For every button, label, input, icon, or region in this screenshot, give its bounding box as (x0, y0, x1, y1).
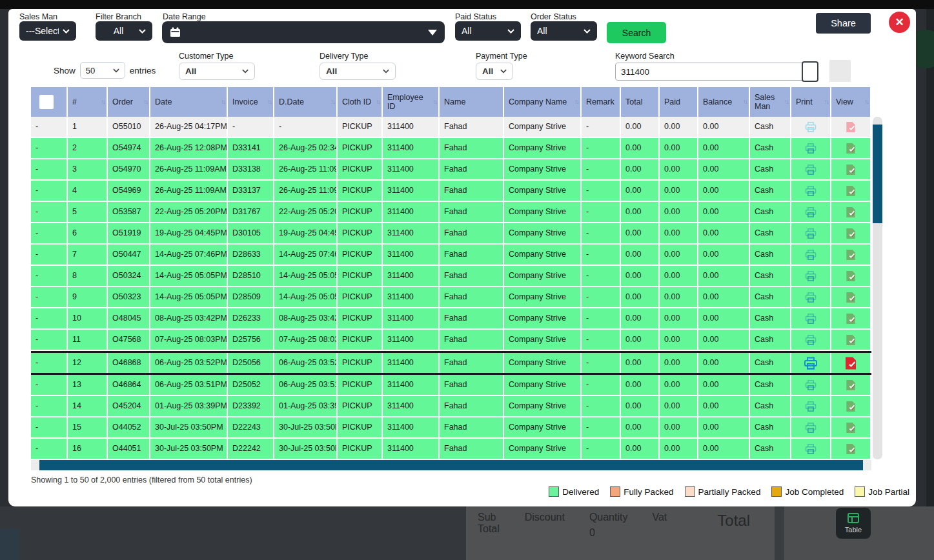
print-icon[interactable] (804, 312, 817, 325)
table-row[interactable]: -5O5358722-Aug-25 05:20PMD3176722-Aug-25… (31, 202, 871, 223)
sort-icon[interactable]: ↑↓ (330, 98, 334, 106)
print-icon[interactable] (804, 121, 817, 134)
sort-icon[interactable]: ↑↓ (432, 98, 436, 106)
delivery-type-select[interactable]: All (320, 63, 396, 80)
table-row[interactable]: -6O5191919-Aug-25 04:45PMD3010519-Aug-25… (31, 223, 871, 245)
column-header--[interactable]: #↑↓ (68, 87, 108, 117)
column-header-paid[interactable]: Paid (660, 87, 698, 117)
print-icon[interactable] (804, 334, 817, 346)
print-icon[interactable] (804, 163, 817, 176)
print-icon[interactable] (804, 206, 817, 219)
column-header-order[interactable]: Order↑↓ (108, 87, 150, 117)
print-icon[interactable] (804, 185, 817, 197)
order-status-select[interactable]: All (531, 21, 597, 41)
table-row[interactable]: -3O5497026-Aug-25 11:09AMD3313826-Aug-25… (31, 159, 871, 181)
select-all-header-cell[interactable] (31, 87, 68, 117)
print-icon[interactable] (804, 443, 817, 455)
horizontal-scrollbar[interactable] (31, 460, 871, 470)
column-header-cloth-id[interactable]: Cloth ID↑↓ (338, 87, 383, 117)
paid-status-select[interactable]: All (455, 21, 521, 41)
column-header-invoice[interactable]: Invoice↑↓ (228, 87, 274, 117)
table-row[interactable]: -4O5496926-Aug-25 11:09AMD3313726-Aug-25… (31, 181, 871, 202)
table-row[interactable]: -14O4520401-Aug-25 03:39PMD2339201-Aug-2… (31, 396, 871, 417)
table-row[interactable]: -11O4756807-Aug-25 08:03PMD2575607-Aug-2… (31, 330, 871, 351)
table-row[interactable]: -16O4405130-Jul-25 03:50PMD2224230-Jul-2… (31, 439, 871, 460)
vertical-scrollbar[interactable] (873, 117, 882, 459)
view-icon[interactable] (844, 291, 857, 304)
column-header-date[interactable]: Date↑↓ (150, 87, 228, 117)
table-row[interactable]: -12O4686806-Aug-25 03:52PMD2505606-Aug-2… (31, 351, 871, 375)
print-icon[interactable] (804, 421, 817, 434)
table-row[interactable]: -9O5032314-Aug-25 05:05PMD2850914-Aug-25… (31, 287, 871, 308)
sort-icon[interactable]: ↑↓ (221, 98, 225, 106)
customer-type-select[interactable]: All (179, 63, 255, 80)
view-icon[interactable] (843, 355, 858, 371)
column-header-employee-id[interactable]: Employee ID↑↓ (383, 87, 440, 117)
sort-icon[interactable]: ↑↓ (784, 98, 788, 106)
column-header-remark[interactable]: Remark (582, 87, 621, 117)
view-icon[interactable] (844, 227, 857, 240)
table-row[interactable]: -10O4804508-Aug-25 03:42PMD2623308-Aug-2… (31, 308, 871, 330)
column-header-view[interactable]: View↑↓ (831, 87, 870, 117)
sort-icon[interactable]: ↑↓ (574, 98, 578, 106)
sales-man-select[interactable]: ---Select (19, 21, 76, 41)
select-all-checkbox[interactable] (39, 95, 54, 109)
print-icon[interactable] (804, 227, 817, 240)
column-header-company-name[interactable]: Company Name↑↓ (504, 87, 582, 117)
date-range-field[interactable] (162, 21, 445, 43)
column-header-d-date[interactable]: D.Date↑↓ (274, 87, 338, 117)
print-icon[interactable] (803, 355, 818, 371)
column-header-name[interactable]: Name (440, 87, 504, 117)
view-icon[interactable] (844, 248, 857, 261)
page-length-select[interactable]: 50 (80, 62, 125, 79)
view-icon[interactable] (844, 443, 857, 455)
print-icon[interactable] (804, 248, 817, 261)
horizontal-scrollbar-thumb[interactable] (39, 460, 863, 470)
print-icon[interactable] (804, 379, 817, 392)
print-icon[interactable] (804, 400, 817, 413)
sort-icon[interactable]: ↑↓ (143, 98, 147, 106)
view-icon[interactable] (844, 270, 857, 283)
table-button[interactable]: Table (836, 508, 871, 539)
view-icon[interactable] (844, 379, 857, 392)
view-icon[interactable] (844, 400, 857, 413)
column-header-print[interactable]: Print↑↓ (791, 87, 831, 117)
view-icon[interactable] (844, 334, 857, 346)
column-header-balance[interactable]: Balance↑↓ (698, 87, 750, 117)
table-cell: Cash (750, 117, 791, 137)
sort-icon[interactable]: ↑↓ (267, 98, 271, 106)
keyword-search-extra-button[interactable] (829, 60, 851, 82)
table-row[interactable]: -15O4405230-Jul-25 03:50PMD2224330-Jul-2… (31, 417, 871, 439)
table-row[interactable]: -1O5501026-Aug-25 04:17PM--PICKUP311400F… (31, 117, 871, 138)
column-header-sales-man[interactable]: Sales Man↑↓ (750, 87, 791, 117)
keyword-search-go-button[interactable] (802, 61, 818, 82)
print-icon[interactable] (804, 291, 817, 304)
print-icon[interactable] (804, 270, 817, 283)
search-button[interactable]: Search (607, 22, 666, 43)
table-row[interactable]: -13O4686406-Aug-25 03:51PMD2505206-Aug-2… (31, 375, 871, 396)
view-icon[interactable] (844, 121, 857, 134)
table-row[interactable]: -8O5032414-Aug-25 05:05PMD2851014-Aug-25… (31, 266, 871, 287)
table-row[interactable]: -7O5044714-Aug-25 07:46PMD2863314-Aug-25… (31, 245, 871, 266)
sort-icon[interactable]: ↑↓ (101, 98, 105, 106)
filter-branch-value: All (102, 26, 135, 36)
view-icon[interactable] (844, 421, 857, 434)
filter-branch-select[interactable]: All (96, 21, 152, 41)
share-button[interactable]: Share (816, 13, 871, 34)
view-icon[interactable] (844, 206, 857, 219)
column-header-total[interactable]: Total (621, 87, 660, 117)
sort-icon[interactable]: ↑↓ (376, 98, 380, 106)
sort-icon[interactable]: ↑↓ (824, 98, 828, 106)
view-icon[interactable] (844, 142, 857, 155)
sort-icon[interactable]: ↑↓ (864, 98, 868, 106)
view-icon[interactable] (844, 312, 857, 325)
payment-type-select[interactable]: All (476, 63, 513, 80)
close-button[interactable]: ✕ (888, 10, 911, 34)
view-icon[interactable] (844, 185, 857, 197)
vertical-scrollbar-thumb[interactable] (873, 125, 882, 223)
view-icon[interactable] (844, 163, 857, 176)
sort-icon[interactable]: ↑↓ (743, 98, 747, 106)
table-row[interactable]: -2O5497426-Aug-25 12:08PMD3314126-Aug-25… (31, 138, 871, 159)
keyword-search-input[interactable] (615, 63, 802, 81)
print-icon[interactable] (804, 142, 817, 155)
